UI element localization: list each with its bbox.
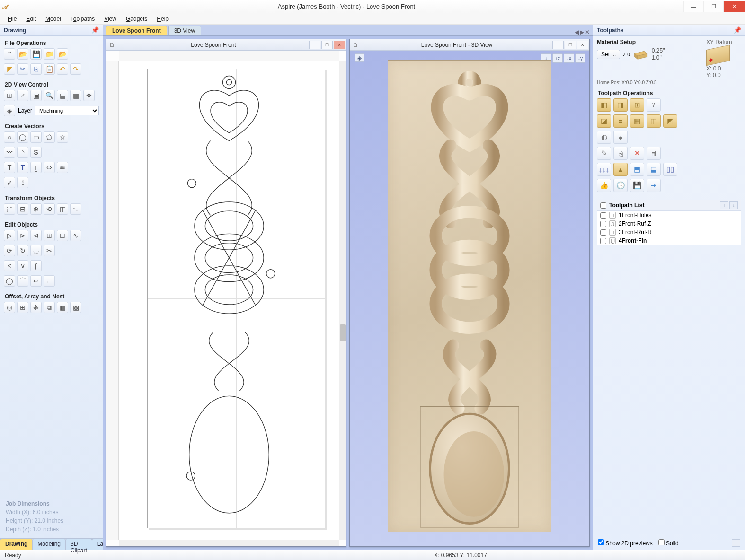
mdi-2d-maximize[interactable]: ☐: [321, 41, 333, 49]
pin-icon[interactable]: 📌: [91, 26, 99, 34]
open-file-icon[interactable]: 📂: [17, 48, 28, 60]
toolpath-item[interactable]: ⎍3Front-Ruf-R: [597, 228, 741, 236]
scrollbar-vertical[interactable]: [339, 61, 346, 540]
texture-toolpath-icon[interactable]: ▦: [630, 114, 644, 128]
toolpath-item[interactable]: ⎍1Front-Holes: [597, 211, 741, 219]
mdi-2d-minimize[interactable]: —: [309, 41, 320, 49]
toolpath-visible-checkbox[interactable]: [600, 212, 606, 219]
iso-view-icon[interactable]: ◈: [355, 53, 364, 62]
solid-toggle[interactable]: Solid: [658, 539, 679, 547]
rotate-tool-icon[interactable]: ⟲: [44, 203, 55, 215]
mdi-3d-maximize[interactable]: ☐: [565, 41, 576, 49]
split-icon[interactable]: ⌐: [44, 275, 55, 287]
tab-drawing[interactable]: Drawing: [0, 539, 33, 550]
toolpath-move-up-icon[interactable]: ↑: [720, 201, 728, 209]
polygon-tool-icon[interactable]: ⬠: [44, 131, 55, 143]
grid-icon[interactable]: ⊞: [4, 90, 15, 101]
toolpath-item[interactable]: ⎍2Front-Ruf-Z: [597, 219, 741, 228]
tab-next-icon[interactable]: ▶: [580, 29, 584, 35]
new-file-icon[interactable]: 🗋: [4, 48, 15, 60]
pocket-toolpath-icon[interactable]: ◨: [613, 98, 628, 112]
3d-finish-toolpath-icon[interactable]: ●: [613, 131, 628, 144]
view-y-icon[interactable]: ↓y: [575, 53, 585, 63]
prism-toolpath-icon[interactable]: ◫: [647, 114, 661, 128]
node-edit-icon[interactable]: ⊳: [17, 230, 28, 241]
show-2d-previews[interactable]: Show 2D previews: [598, 539, 653, 547]
select-tool-icon[interactable]: ▷: [4, 230, 15, 241]
show-2d-previews-checkbox[interactable]: [598, 539, 604, 545]
toolpath-item[interactable]: ⋃4Front-Fin: [597, 236, 741, 245]
smooth-icon[interactable]: ∿: [70, 230, 81, 241]
polyline-tool-icon[interactable]: 〰: [4, 147, 15, 158]
crop-icon[interactable]: ◩: [4, 63, 15, 75]
clock-icon[interactable]: 🕒: [613, 179, 628, 192]
toolpath-visible-checkbox[interactable]: [600, 221, 606, 227]
draw-tool-icon[interactable]: ➶: [4, 177, 15, 188]
recalc-all-icon[interactable]: ↓↓↓: [597, 163, 611, 176]
dimension-tool-icon[interactable]: ⇔: [44, 162, 55, 173]
doc-tab-3d[interactable]: 3D View: [168, 26, 201, 35]
tile-horizontal-icon[interactable]: ▤: [57, 90, 68, 101]
edit-toolpath-icon[interactable]: ✎: [597, 147, 611, 160]
tab-modeling[interactable]: Modeling: [32, 539, 66, 550]
cut-icon[interactable]: ✂: [17, 63, 28, 75]
offset-icon[interactable]: ◎: [4, 302, 15, 313]
save-file-icon[interactable]: 💾: [30, 48, 42, 60]
reverse-icon[interactable]: ↩: [30, 275, 42, 287]
vcarve-toolpath-icon[interactable]: ◪: [597, 114, 611, 128]
preview-all-icon[interactable]: ⬒: [630, 163, 644, 176]
3d-rough-toolpath-icon[interactable]: ◐: [597, 131, 611, 144]
mdi-2d-close[interactable]: ✕: [334, 41, 345, 49]
ungroup-icon[interactable]: ⊟: [57, 230, 68, 241]
view-3d[interactable]: ◈ ↓ ↓z ↓x ↓y: [350, 51, 589, 546]
undo-icon[interactable]: ↶: [57, 63, 68, 75]
tab-prev-icon[interactable]: ◀: [575, 29, 579, 35]
zoom-selection-icon[interactable]: ▣: [30, 90, 42, 101]
join-close-icon[interactable]: ↻: [17, 245, 28, 256]
tile-toolpath-icon[interactable]: ▯▯: [663, 163, 677, 176]
text-tool-icon[interactable]: T: [4, 162, 15, 173]
pan-icon[interactable]: ✥: [83, 90, 95, 101]
layer-icon[interactable]: ◈: [4, 105, 15, 116]
mdi-3d-close[interactable]: ✕: [577, 41, 588, 49]
menu-toolpaths[interactable]: Toolpaths: [67, 15, 98, 23]
tab-3d-clipart[interactable]: 3D Clipart: [65, 539, 92, 550]
mirror-tool-icon[interactable]: ⇋: [70, 203, 81, 215]
zoom-fit-icon[interactable]: 𝄎: [17, 90, 28, 101]
fillet-icon[interactable]: ◡: [30, 245, 42, 256]
toolpath-move-down-icon[interactable]: ↓: [729, 201, 738, 209]
profile-toolpath-icon[interactable]: ◧: [597, 98, 611, 112]
save-toolpath-icon[interactable]: 💾: [630, 179, 644, 192]
view-2d[interactable]: [106, 51, 346, 546]
view-z-icon[interactable]: ↓z: [552, 53, 563, 63]
solid-checkbox[interactable]: [658, 539, 665, 545]
circular-array-icon[interactable]: ❋: [30, 302, 42, 313]
menu-view[interactable]: View: [100, 15, 120, 23]
measure-tool-icon[interactable]: ⟟: [17, 177, 28, 188]
plate-layout-icon[interactable]: ▩: [70, 302, 81, 313]
window-minimize-button[interactable]: —: [683, 1, 703, 12]
move-tool-icon[interactable]: ⬚: [4, 203, 15, 215]
open-vector-icon[interactable]: ⌒: [17, 275, 28, 287]
menu-file[interactable]: File: [4, 15, 20, 23]
close-vector-icon[interactable]: ◯: [4, 275, 15, 287]
pin-icon[interactable]: 📌: [734, 26, 741, 34]
layer-select[interactable]: Machining: [35, 106, 99, 115]
node-edit2-icon[interactable]: ⊲: [30, 230, 42, 241]
menu-model[interactable]: Model: [42, 15, 65, 23]
paste-icon[interactable]: 📋: [44, 63, 55, 75]
rectangle-tool-icon[interactable]: ▭: [30, 131, 42, 143]
window-maximize-button[interactable]: ☐: [703, 1, 723, 12]
window-close-button[interactable]: ✕: [723, 1, 745, 12]
array-icon[interactable]: ⊞: [17, 302, 28, 313]
nest-icon[interactable]: ▦: [57, 302, 68, 313]
tab-close-icon[interactable]: ✕: [585, 29, 590, 35]
menu-help[interactable]: Help: [153, 15, 172, 23]
view-x-icon[interactable]: ↓x: [564, 53, 574, 63]
inlay-toolpath-icon[interactable]: ◩: [663, 114, 677, 128]
circle-tool-icon[interactable]: ○: [4, 131, 15, 143]
group-icon[interactable]: ⊞: [44, 230, 55, 241]
import-icon[interactable]: 📂: [57, 48, 68, 60]
export-toolpath-icon[interactable]: ⇥: [647, 179, 661, 192]
menu-edit[interactable]: Edit: [22, 15, 40, 23]
